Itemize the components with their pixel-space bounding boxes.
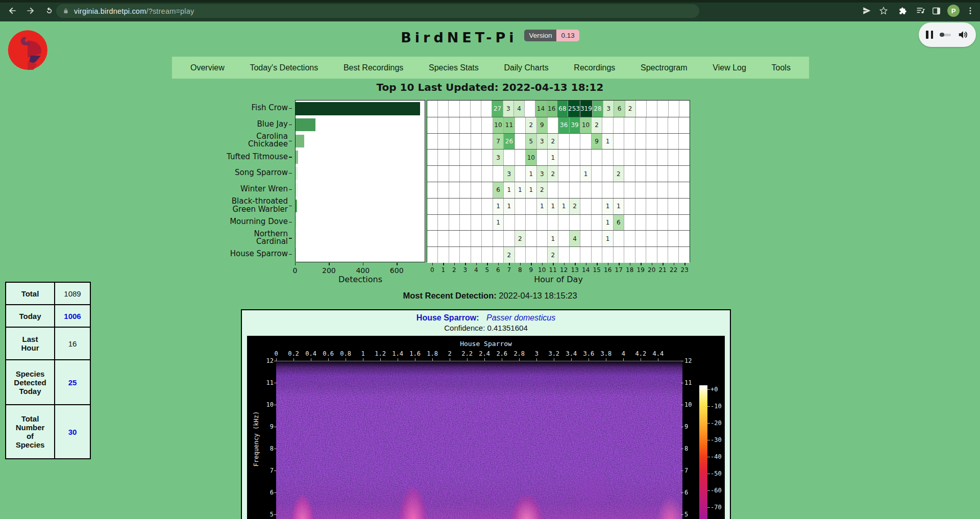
nav-item-spectrogram[interactable]: Spectrogram — [641, 63, 688, 72]
stats-value[interactable]: 1006 — [55, 305, 90, 327]
heatmap-cell — [580, 247, 591, 263]
heatmap-cell — [482, 247, 493, 263]
spec-time-tickmark — [380, 358, 381, 361]
hour-tick-mark — [652, 263, 652, 265]
hour-tick-mark — [684, 263, 685, 265]
hour-tick-label: 17 — [615, 266, 623, 274]
stats-value[interactable]: 30 — [55, 405, 90, 459]
spectrogram-image — [276, 361, 682, 519]
heatmap-cell: 28 — [593, 101, 603, 117]
heatmap-cell — [657, 134, 668, 150]
heatmap-cell — [592, 182, 602, 198]
stats-value[interactable]: 25 — [55, 360, 90, 405]
send-icon[interactable] — [861, 5, 873, 17]
spec-freq-tick-left: 11 — [260, 379, 274, 386]
stats-label: LastHour — [6, 327, 55, 360]
species-label: Tufted Titmouse — [153, 149, 288, 165]
nav-item-tools[interactable]: Tools — [772, 63, 791, 72]
window-top-strip — [0, 0, 980, 3]
heatmap-cell — [449, 134, 460, 150]
hour-tick-label: 10 — [538, 266, 546, 274]
back-icon[interactable] — [6, 5, 18, 17]
spec-freq-tick-left: 7 — [260, 467, 274, 474]
heatmap-cell — [482, 134, 493, 150]
bar-song-sparrow — [296, 167, 298, 180]
heatmap-cell — [624, 182, 635, 198]
media-controls-icon[interactable] — [915, 5, 927, 17]
nav-item-overview[interactable]: Overview — [190, 63, 225, 72]
nav-item-daily-charts[interactable]: Daily Charts — [504, 63, 549, 72]
main-nav: OverviewToday's DetectionsBest Recording… — [172, 57, 809, 79]
heatmap-cell — [614, 117, 624, 133]
hour-tick-mark — [586, 263, 586, 265]
x-tick-mark — [397, 263, 397, 265]
nav-item-best-recordings[interactable]: Best Recordings — [344, 63, 403, 72]
spec-time-tick: 0.2 — [288, 350, 299, 357]
y-tick-mark — [289, 108, 292, 109]
bookmark-star-icon[interactable] — [877, 5, 890, 17]
hour-tick-mark — [608, 263, 608, 265]
reload-icon[interactable] — [43, 5, 55, 17]
chart-species-axis: Fish CrowBlue JayCarolinaChickadeeTufted… — [153, 100, 292, 262]
heatmap-cell — [580, 231, 591, 246]
most-recent-label: Most Recent Detection: — [403, 291, 496, 300]
y-tick-mark — [289, 157, 292, 157]
heatmap-cell — [438, 199, 449, 214]
species-label: Mourning Dove — [153, 214, 288, 230]
url-bar[interactable]: virginia.birdnetpi.com/?stream=play — [56, 4, 699, 18]
spec-time-tickmark — [328, 358, 329, 361]
forward-icon[interactable] — [24, 5, 37, 17]
side-panel-icon[interactable] — [930, 5, 942, 17]
url-text: virginia.birdnetpi.com/?stream=play — [74, 7, 194, 15]
heatmap-cell: 6 — [614, 215, 624, 231]
hour-tick-mark — [443, 263, 444, 265]
nav-item-view-log[interactable]: View Log — [713, 63, 746, 72]
heatmap-cell — [614, 231, 624, 246]
menu-kebab-icon[interactable] — [964, 5, 976, 17]
heatmap-cell — [592, 199, 602, 214]
detection-species-name[interactable]: House Sparrow: — [416, 313, 479, 322]
spec-time-tick: 2.8 — [513, 350, 525, 357]
profile-avatar[interactable]: P — [947, 5, 960, 17]
extensions-icon[interactable] — [897, 5, 909, 17]
heatmap-cell: 1 — [548, 231, 558, 246]
nav-item-recordings[interactable]: Recordings — [574, 63, 615, 72]
colorbar-tickmark — [707, 389, 710, 390]
heatmap-cell — [635, 231, 646, 246]
colorbar-tickmark — [707, 406, 710, 407]
heatmap-cell — [537, 231, 548, 246]
heatmap-cell — [449, 117, 460, 133]
spectrogram-ylabel: Frequency (kHz) — [253, 398, 260, 480]
heatmap-cell: 27 — [492, 101, 503, 117]
hour-tick-mark — [509, 263, 509, 265]
heatmap-cell — [504, 215, 514, 231]
heatmap-cell — [668, 117, 679, 133]
heatmap-cell — [592, 150, 602, 165]
spec-time-tick: 2.2 — [461, 350, 473, 357]
heatmap-cell: 3 — [537, 166, 548, 182]
hour-tick-mark — [630, 263, 630, 265]
nav-item-today-s-detections[interactable]: Today's Detections — [250, 63, 318, 72]
y-tick-mark — [289, 206, 292, 206]
hour-tick-mark — [487, 263, 487, 265]
heatmap-cell — [438, 182, 449, 198]
colorbar-tickmark — [707, 440, 710, 440]
hour-tick-mark — [619, 263, 619, 265]
hour-tick-mark — [498, 263, 499, 265]
x-tick-mark — [295, 263, 296, 265]
hour-tick-label: 11 — [549, 266, 557, 274]
spec-time-tick: 1.2 — [375, 350, 386, 357]
hour-tick-label: 3 — [463, 266, 467, 274]
heatmap-cell: 26 — [504, 134, 514, 150]
heatmap-cell — [668, 150, 679, 165]
heatmap-cell — [635, 166, 646, 182]
nav-item-species-stats[interactable]: Species Stats — [429, 63, 479, 72]
heatmap-cell — [482, 215, 493, 231]
x-tick-label: 0 — [293, 266, 298, 275]
heatmap-cell — [592, 215, 602, 231]
heatmap-cell: 253 — [568, 101, 580, 117]
heatmap-cell: 3 — [603, 101, 614, 117]
x-tick-mark — [329, 263, 329, 265]
spec-time-tickmark — [536, 358, 537, 361]
heatmap-cell: 319 — [580, 101, 593, 117]
